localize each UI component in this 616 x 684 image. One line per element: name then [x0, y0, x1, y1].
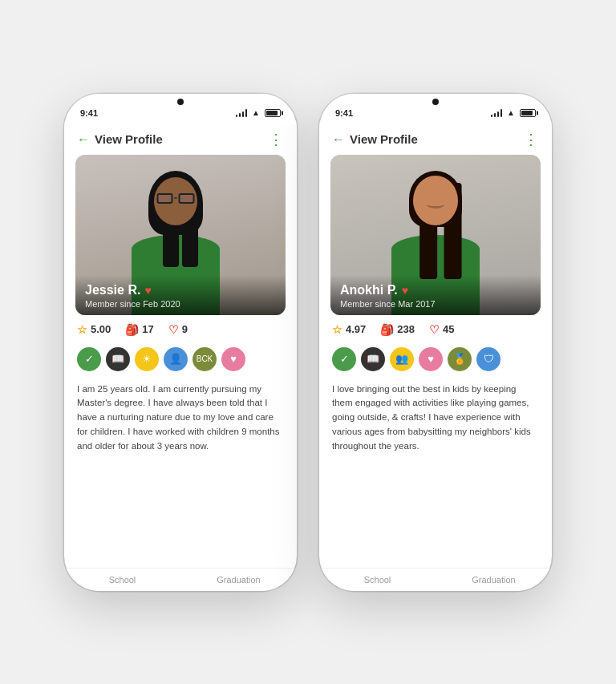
battery-icon-left [265, 109, 281, 117]
bookings-value-left: 17 [142, 323, 153, 335]
badge-4-left: 👤 [164, 347, 188, 371]
header-back-left[interactable]: ← View Profile [77, 132, 163, 147]
scene: 9:41 ▲ ← View Profile ⋮ [48, 62, 568, 623]
badge-2-left: 📖 [106, 347, 130, 371]
badge-1-right: ✓ [332, 347, 356, 371]
bookings-value-right: 238 [397, 323, 415, 335]
header-back-right[interactable]: ← View Profile [332, 132, 418, 147]
heart-name-left: ♥ [144, 284, 151, 297]
badge-3-right: 👥 [390, 347, 414, 371]
menu-dots-right[interactable]: ⋮ [524, 131, 539, 148]
likes-value-left: 9 [182, 323, 188, 335]
badge-4-right: ♥ [419, 347, 443, 371]
rating-value-right: 4.97 [346, 323, 366, 335]
rating-stat-right: ☆ 4.97 [332, 323, 366, 336]
badge-6-left: ♥ [221, 347, 245, 371]
view-profile-title-left: View Profile [95, 132, 163, 146]
badge-5-right: 🏅 [448, 347, 472, 371]
phone-screen-right: ← View Profile ⋮ [319, 124, 552, 591]
profile-name-left: Jessie R. ♥ [85, 283, 276, 297]
view-profile-title-right: View Profile [350, 132, 418, 146]
menu-dots-left[interactable]: ⋮ [269, 131, 284, 148]
camera-dot-left [177, 99, 184, 105]
battery-icon-right [520, 109, 536, 117]
member-since-left: Member since Feb 2020 [85, 299, 276, 309]
signal-bars-right [491, 109, 503, 117]
profile-name-right: Anokhi P. ♥ [340, 283, 531, 297]
back-arrow-left[interactable]: ← [77, 132, 90, 147]
tab-graduation-left[interactable]: Graduation [180, 569, 297, 591]
phone-screen-left: ← View Profile ⋮ [64, 124, 297, 591]
rating-value-left: 5.00 [91, 323, 111, 335]
stats-row-left: ☆ 5.00 🎒 17 ♡ 9 [64, 315, 297, 344]
bio-text-right: I love bringing out the best in kids by … [319, 378, 552, 568]
badge-3-left: ☀ [135, 347, 159, 371]
camera-notch-right [403, 94, 468, 110]
heart-name-right: ♥ [402, 284, 408, 297]
tab-school-right[interactable]: School [319, 569, 436, 591]
star-icon-right: ☆ [332, 323, 342, 336]
badges-row-right: ✓ 📖 👥 ♥ 🏅 🛡 [319, 344, 552, 378]
wifi-icon-right: ▲ [505, 108, 517, 117]
badge-5-left: BCK [192, 347, 217, 371]
bag-icon-right: 🎒 [380, 323, 394, 336]
tab-graduation-right[interactable]: Graduation [436, 569, 552, 591]
bottom-tabs-right: School Graduation [319, 568, 552, 591]
phone-left: 9:41 ▲ ← View Profile ⋮ [64, 94, 297, 591]
rating-stat-left: ☆ 5.00 [77, 323, 111, 336]
badges-row-left: ✓ 📖 ☀ 👤 BCK ♥ [64, 344, 297, 378]
likes-stat-right: ♡ 45 [429, 323, 454, 336]
image-overlay-left: Jessie R. ♥ Member since Feb 2020 [75, 275, 286, 315]
bookings-stat-right: 🎒 238 [380, 323, 415, 336]
status-time-left: 9:41 [80, 108, 98, 118]
tab-school-left[interactable]: School [64, 569, 180, 591]
badge-6-right: 🛡 [476, 347, 500, 371]
heart-stat-icon-left: ♡ [168, 323, 179, 336]
heart-stat-icon-right: ♡ [429, 323, 440, 336]
bookings-stat-left: 🎒 17 [125, 323, 153, 336]
member-since-right: Member since Mar 2017 [340, 299, 531, 309]
status-time-right: 9:41 [335, 108, 353, 118]
back-arrow-right[interactable]: ← [332, 132, 345, 147]
profile-image-right: Anokhi P. ♥ Member since Mar 2017 [330, 155, 541, 315]
profile-image-left: Jessie R. ♥ Member since Feb 2020 [75, 155, 286, 315]
likes-value-right: 45 [443, 323, 454, 335]
signal-bars-left [236, 109, 248, 117]
status-icons-right: ▲ [491, 108, 537, 117]
star-icon-left: ☆ [77, 323, 87, 336]
stats-row-right: ☆ 4.97 🎒 238 ♡ 45 [319, 315, 552, 344]
app-header-right: ← View Profile ⋮ [319, 124, 552, 155]
phone-right: 9:41 ▲ ← View Profile ⋮ [319, 94, 552, 591]
status-icons-left: ▲ [236, 108, 282, 117]
likes-stat-left: ♡ 9 [168, 323, 188, 336]
wifi-icon-left: ▲ [250, 108, 261, 117]
app-header-left: ← View Profile ⋮ [64, 124, 297, 155]
camera-dot-right [432, 99, 439, 105]
bottom-tabs-left: School Graduation [64, 568, 297, 591]
camera-notch-left [148, 94, 213, 110]
bag-icon-left: 🎒 [125, 323, 139, 336]
badge-2-right: 📖 [361, 347, 385, 371]
image-overlay-right: Anokhi P. ♥ Member since Mar 2017 [330, 275, 541, 315]
badge-1-left: ✓ [77, 347, 101, 371]
bio-text-left: I am 25 years old. I am currently pursui… [64, 378, 297, 568]
